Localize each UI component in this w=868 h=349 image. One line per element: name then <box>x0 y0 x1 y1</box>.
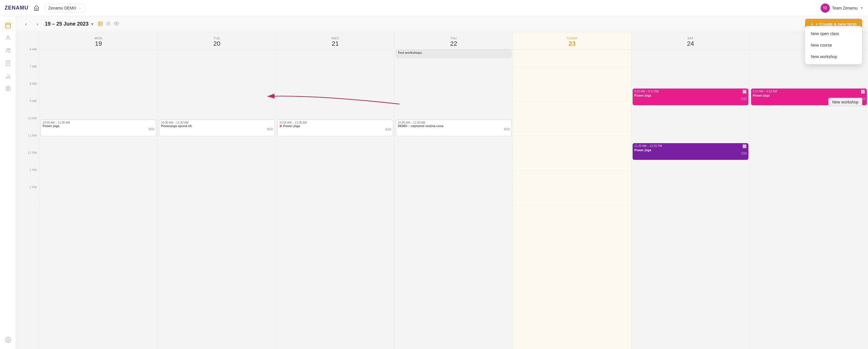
event-tue-powerjoga[interactable]: 10:00 AM – 11:00 AM Powerjoga vpond eli … <box>159 120 275 136</box>
day-col-today: TODAY 23 <box>513 32 631 349</box>
svg-rect-0 <box>5 23 10 28</box>
logo: ZENAMU <box>5 5 28 11</box>
time-9am: 9 AM <box>16 101 39 119</box>
day-grid-sun: 8:10 AM – 9:10 AM ⬜ Power jóga 1/10 <box>750 50 868 205</box>
time-2pm: 2 PM <box>16 187 39 205</box>
svg-rect-17 <box>98 22 102 26</box>
day-header-sat: SAT 24 <box>631 32 750 50</box>
sidebar-item-settings[interactable] <box>2 334 14 346</box>
time-slots: 6 AM 7 AM 8 AM 9 AM 10 AM 11 AM 12 PM 1 … <box>16 50 39 205</box>
day-col-thu: THU 22 Test workshopu <box>394 32 513 349</box>
day-columns: MON 19 10:00 AM – 11:00 AM <box>39 32 868 349</box>
time-7am: 7 AM <box>16 67 39 84</box>
day-col-sun: SUN 25 8:10 AM – 9:10 AM <box>750 32 868 349</box>
time-6am: 6 AM <box>16 50 39 67</box>
day-grid-wed: 10:00 AM – 11:00 AM ⊗Power jóga 0/10 <box>276 50 394 205</box>
topbar-left: ZENAMU Zenamu DEMO ··· <box>5 3 85 13</box>
list-view-icon[interactable] <box>106 21 111 27</box>
screen-icon3: ⬜ <box>861 90 865 94</box>
new-course-item[interactable]: New course <box>805 39 862 51</box>
sidebar-item-users[interactable] <box>2 45 14 56</box>
day-header-today: TODAY 23 <box>513 32 631 50</box>
day-grid-sat: 8:10 AM – 9:10 AM ⬜ Power jóga 2/10 11:2… <box>631 50 750 205</box>
day-header-tue: TUE 20 <box>158 32 276 50</box>
sidebar-item-calendar[interactable] <box>2 20 14 31</box>
team-name: Team Zenamu <box>832 6 858 10</box>
day-header-mon: MON 19 <box>39 32 157 50</box>
day-grid-today <box>513 50 631 205</box>
svg-point-5 <box>6 49 8 50</box>
time-1pm: 1 PM <box>16 170 39 187</box>
date-range[interactable]: 19 – 25 June 2023 ▼ <box>45 21 94 27</box>
time-column: 6 AM 7 AM 8 AM 9 AM 10 AM 11 AM 12 PM 1 … <box>16 32 39 349</box>
day-header-thu: THU 22 <box>395 32 513 50</box>
day-grid-mon: 10:00 AM – 11:00 AM Power jóga 0/10 <box>39 50 157 205</box>
event-thu-workshop[interactable]: Test workshopu <box>396 50 512 58</box>
sidebar <box>0 16 16 349</box>
day-col-wed: WED 21 10:00 AM – 11:00 AM <box>276 32 394 349</box>
workspace-name: Zenamu DEMO <box>48 6 76 10</box>
event-mon-powerjoga[interactable]: 10:00 AM – 11:00 AM Power jóga 0/10 <box>40 120 156 136</box>
chevron-icon: ▼ <box>90 22 94 27</box>
event-sat-powerjoga-morning[interactable]: 8:10 AM – 9:10 AM ⬜ Power jóga 2/10 <box>632 89 748 105</box>
day-grid-tue: 10:00 AM – 11:00 AM Powerjoga vpond eli … <box>158 50 276 205</box>
time-12pm: 12 PM <box>16 153 39 170</box>
day-col-sat: SAT 24 8:10 AM – 9:10 AM <box>631 32 750 349</box>
svg-point-4 <box>7 36 9 38</box>
sidebar-item-person[interactable] <box>2 32 14 44</box>
prev-button[interactable]: ‹ <box>22 20 30 28</box>
time-10am: 10 AM <box>16 119 39 136</box>
event-sat-powerjoga-noon[interactable]: 11:25 AM – 12:25 PM ⬜ Power jóga 1/10 <box>632 143 748 160</box>
team-menu[interactable]: TZ Team Zenamu ▼ <box>820 3 863 13</box>
svg-point-16 <box>7 339 9 341</box>
main-content: ‹ › 19 – 25 June 2023 ▼ <box>16 16 868 349</box>
toolbar-left: ‹ › 19 – 25 June 2023 ▼ <box>22 20 119 28</box>
calendar-grid: 6 AM 7 AM 8 AM 9 AM 10 AM 11 AM 12 PM 1 … <box>16 32 868 349</box>
day-col-mon: MON 19 10:00 AM – 11:00 AM <box>39 32 157 349</box>
home-button[interactable] <box>32 3 41 13</box>
workspace-selector[interactable]: Zenamu DEMO ··· <box>44 4 85 12</box>
day-col-tue: TUE 20 10:00 AM – 11:00 AM <box>157 32 276 349</box>
screen-icon2: ⬜ <box>742 144 747 148</box>
day-grid-thu: Test workshopu 10:00 AM – 11:00 AM DEMO … <box>395 50 513 205</box>
event-thu-demo[interactable]: 10:00 AM – 11:00 AM DEMO – nejmenší možn… <box>396 120 512 136</box>
new-open-class-item[interactable]: New open class <box>805 28 862 39</box>
calendar-toolbar: ‹ › 19 – 25 June 2023 ▼ <box>16 16 868 32</box>
sidebar-item-chart[interactable] <box>2 70 14 82</box>
eye-icon[interactable] <box>114 21 119 27</box>
grid-view-icon[interactable] <box>98 21 103 27</box>
avatar: TZ <box>820 3 830 13</box>
cancel-icon: ⊗ <box>279 124 282 128</box>
workspace-dots[interactable]: ··· <box>78 6 81 10</box>
time-8am: 8 AM <box>16 84 39 101</box>
sidebar-item-clipboard[interactable] <box>2 58 14 69</box>
new-workshop-item[interactable]: New workshop <box>805 51 862 62</box>
svg-point-6 <box>8 49 10 50</box>
new-workshop-annotation: New workshop <box>828 98 862 106</box>
svg-point-24 <box>116 23 117 24</box>
event-wed-powerjoga-cancelled[interactable]: 10:00 AM – 11:00 AM ⊗Power jóga 0/10 <box>277 120 393 136</box>
topbar: ZENAMU Zenamu DEMO ··· TZ Team Zenamu ▼ <box>0 0 868 16</box>
screen-icon: ⬜ <box>742 90 747 94</box>
chevron-down-icon: ▼ <box>860 6 863 10</box>
view-icons <box>98 21 119 27</box>
create-term-dropdown: New open class New course New workshop <box>805 26 862 64</box>
next-button[interactable]: › <box>33 20 41 28</box>
time-11am: 11 AM <box>16 136 39 153</box>
sidebar-item-dollar[interactable] <box>2 83 14 94</box>
day-header-wed: WED 21 <box>276 32 394 50</box>
